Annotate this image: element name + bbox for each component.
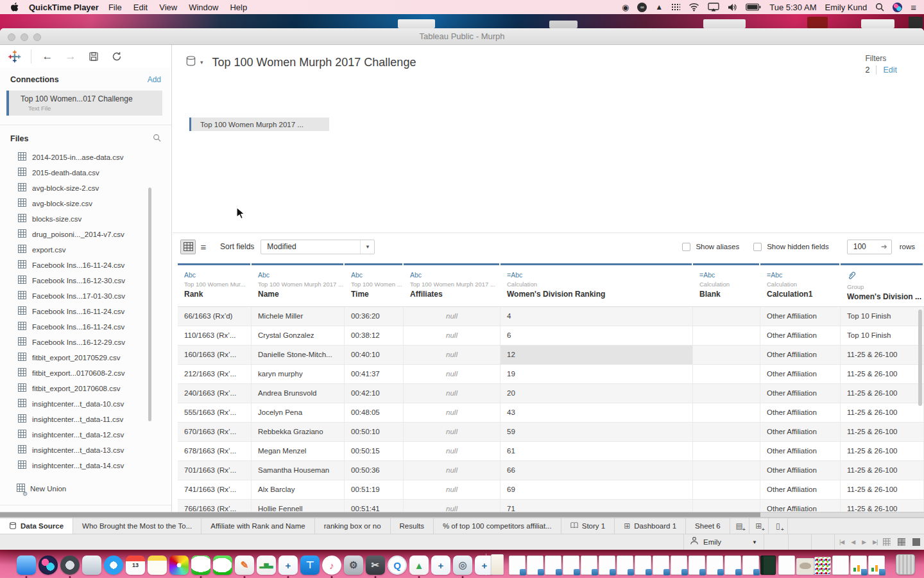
table-cell[interactable]: 701/1663 (Rx’... [178,461,252,480]
table-cell[interactable]: Other Affiliation [760,365,841,383]
table-cell[interactable]: Crystal Gonzalez [252,326,345,345]
table-cell[interactable]: Megan Menzel [252,442,345,460]
dock-app-messages[interactable] [191,556,210,575]
undo-back-icon[interactable]: ← [40,49,55,64]
dock-document-pdf[interactable] [617,556,633,575]
rows-count-input[interactable]: 100 ➜ [847,240,892,254]
table-cell[interactable]: Other Affiliation [760,442,841,460]
table-cell[interactable]: null [404,423,501,441]
column-header-calculation1[interactable]: =AbcCalculationCalculation1 [760,263,841,306]
table-cell[interactable] [693,307,760,326]
file-item[interactable]: Facebook Ins...16-12-29.csv [0,335,171,350]
table-cell[interactable]: 00:36:20 [345,307,404,326]
menubar-menu-help[interactable]: Help [224,3,253,12]
menubar-menu-edit[interactable]: Edit [128,3,153,12]
dock-document-pdf[interactable] [653,556,669,575]
dock-document-chart[interactable] [868,556,885,575]
metadata-view-button[interactable]: ≡ [196,240,211,254]
dock-app-preview[interactable]: ◎ [453,556,472,575]
dock-app-photos[interactable] [169,556,189,575]
new-dashboard-button[interactable]: ⊞+ [749,518,769,534]
save-icon[interactable] [87,49,101,64]
file-item[interactable]: 2015-death-data.csv [0,165,171,180]
table-cell[interactable]: Alx Barclay [252,480,345,499]
table-cell[interactable]: null [404,346,501,364]
file-item[interactable]: Facebook Ins...16-12-30.csv [0,273,171,288]
file-item[interactable]: export.csv [0,242,171,258]
table-cell[interactable]: Other Affiliation [760,346,841,364]
file-item[interactable]: Facebook Ins...16-11-24.csv [0,258,171,273]
dock-app-tableau-public[interactable]: + [431,556,450,575]
filters-edit-link[interactable]: Edit [883,66,897,74]
tab-who-brought-the-most-to-the-to-[interactable]: Who Brought the Most to the To... [73,518,201,534]
dock-app-quicktime[interactable]: Q [388,556,407,575]
dock-app-grab[interactable]: ✂ [366,556,385,575]
dock-document-img[interactable] [796,558,814,575]
tab-sheet-6[interactable]: Sheet 6 [686,518,730,534]
table-cell[interactable]: 212/1663 (Rx’... [178,365,252,383]
table-row[interactable]: 766/1663 (Rx’...Hollie Fennell00:51:41nu… [178,500,924,512]
dock-document-palette[interactable] [814,557,831,575]
dock-app-google-drive[interactable]: ▲ [409,556,429,575]
table-cell[interactable]: null [404,500,501,512]
table-cell[interactable]: null [404,442,501,460]
search-files-icon[interactable] [153,133,161,144]
menubar-menu-window[interactable]: Window [183,3,224,12]
table-cell[interactable]: 11-25 & 26-100 [841,442,924,460]
dock-app-calendar[interactable]: 13 [126,556,145,575]
go-previous-icon[interactable]: ◀ [851,539,855,545]
table-vertical-scrollbar[interactable] [918,310,922,406]
database-icon[interactable] [185,55,196,69]
table-cell[interactable] [693,365,760,383]
apply-rows-icon[interactable]: ➜ [881,242,891,251]
menubar-user[interactable]: Emily Kund [825,3,867,12]
table-cell[interactable]: Other Affiliation [760,423,841,441]
dock-app-launchpad[interactable] [60,556,80,575]
table-cell[interactable]: null [404,307,501,326]
dock-document-pdf[interactable] [509,556,526,575]
tab-affiliate-with-rank-and-name[interactable]: Affiliate with Rank and Name [201,518,314,534]
column-header-name[interactable]: AbcTop 100 Women Murph 2017 ...Name [252,263,345,306]
dock-app-numbers[interactable]: ▂▆▃ [257,556,276,575]
dock-document-folder[interactable] [491,554,504,575]
dropdown-caret-icon[interactable]: ▼ [360,240,374,254]
table-cell[interactable]: Other Affiliation [760,326,841,345]
grid-view-button[interactable] [180,240,196,254]
volume-icon[interactable] [728,3,737,12]
table-cell[interactable]: 00:50:15 [345,442,404,460]
dock-app-mail[interactable] [82,556,101,575]
notification-center-icon[interactable] [911,2,916,13]
table-cell[interactable] [693,442,760,460]
dock-document-doc[interactable] [778,556,795,575]
table-cell[interactable]: 555/1663 (Rx’... [178,403,252,422]
dock-document-pdf[interactable] [527,556,543,575]
dock-document-pdf[interactable] [581,556,597,575]
new-story-button[interactable]: ▯+ [769,518,788,534]
table-cell[interactable]: 110/1663 (Rx’... [178,326,252,345]
user-menu[interactable]: Emily ▼ [683,534,764,550]
table-cell[interactable]: null [404,365,501,383]
tab-ranking-box-or-no[interactable]: ranking box or no [315,518,391,534]
spotlight-icon[interactable] [875,3,884,12]
battery-icon[interactable] [746,3,761,11]
dock-document-book[interactable] [760,556,776,575]
close-window-button[interactable] [8,33,15,41]
table-cell[interactable]: 00:38:12 [345,326,404,345]
table-cell[interactable]: 71 [501,500,693,512]
file-item[interactable]: fitbit_export...0170608-2.csv [0,365,171,381]
airplay-icon[interactable] [708,3,719,12]
dock-app-keynote[interactable]: ⊤ [300,556,320,575]
dock-app-tableau[interactable]: + [278,556,298,575]
dock-app-itunes[interactable]: ♪ [322,556,341,575]
table-cell[interactable]: Samantha Houseman [252,461,345,480]
table-cell[interactable]: null [404,480,501,499]
file-item[interactable]: fitbit_export_20170608.csv [0,381,171,396]
screen-record-icon[interactable] [622,3,629,12]
grid-view-icon[interactable] [883,538,891,546]
table-cell[interactable] [693,403,760,422]
dock-app-facetime[interactable] [213,556,232,575]
table-cell[interactable]: 00:41:37 [345,365,404,383]
table-cell[interactable] [693,384,760,403]
table-cell[interactable]: Jocelyn Pena [252,403,345,422]
table-row[interactable]: 670/1663 (Rx’...Rebbekka Graziano00:50:1… [178,423,924,442]
